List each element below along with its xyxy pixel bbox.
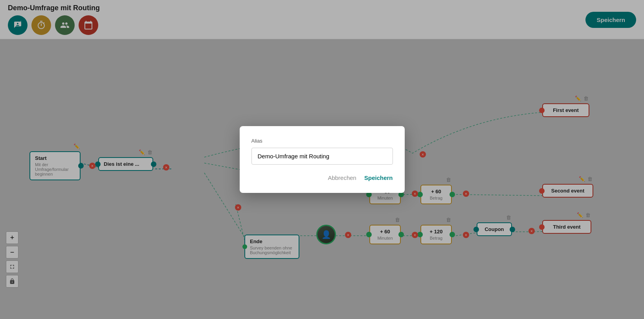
alias-label: Alias bbox=[251, 138, 393, 144]
modal-save-button[interactable]: Speichern bbox=[364, 174, 393, 181]
alias-input[interactable] bbox=[251, 148, 393, 165]
modal-action-row: Abbrechen Speichern bbox=[251, 174, 393, 181]
modal-overlay: Alias Abbrechen Speichern bbox=[0, 0, 644, 319]
alias-modal: Alias Abbrechen Speichern bbox=[240, 126, 405, 193]
cancel-button[interactable]: Abbrechen bbox=[328, 174, 356, 181]
